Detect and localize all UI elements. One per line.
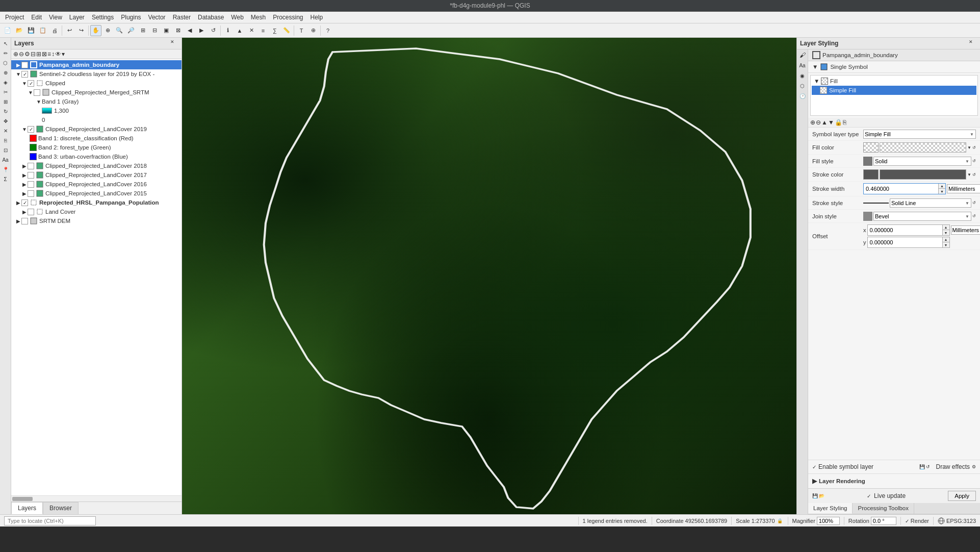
layer-checkbox-clipped[interactable]: ✓ — [28, 80, 34, 87]
expand-arrow-band1[interactable]: ▼ — [36, 99, 42, 105]
redo-btn[interactable]: ↪ — [75, 25, 87, 36]
save-symbol-btn[interactable]: 💾 — [919, 464, 925, 469]
field-calc-icon[interactable]: Σ — [1, 174, 10, 184]
symbol-layer-type-select[interactable]: Simple Fill — [863, 130, 976, 139]
styling-icon-diagram[interactable]: ◉ — [798, 71, 807, 80]
offset-x-down[interactable]: ▼ — [942, 230, 949, 235]
rotate-icon[interactable]: ↻ — [1, 107, 10, 116]
layer-checkbox-lc2018[interactable] — [28, 163, 34, 169]
expand-arrow-clipped[interactable]: ▼ — [21, 81, 28, 86]
apply-button[interactable]: Apply — [948, 491, 976, 501]
menu-database[interactable]: Database — [195, 13, 227, 22]
live-update-checkbox[interactable]: ✓ — [867, 492, 871, 499]
tab-layer-styling[interactable]: Layer Styling — [808, 503, 853, 514]
render-checkbox[interactable]: ✓ — [905, 518, 909, 524]
fill-color-display[interactable] — [880, 142, 966, 153]
undo-btn[interactable]: ↩ — [64, 25, 75, 36]
load-style-btn[interactable]: 📂 — [819, 493, 824, 498]
stroke-width-up[interactable]: ▲ — [938, 184, 945, 189]
merge-features-icon[interactable]: ⊞ — [1, 97, 10, 106]
menu-processing[interactable]: Processing — [270, 13, 306, 22]
offset-y-down[interactable]: ▼ — [942, 242, 949, 247]
measure-btn[interactable]: 📏 — [281, 25, 292, 36]
zoom-in-btn[interactable]: 🔍 — [114, 25, 125, 36]
open-table-btn[interactable]: ≡ — [257, 25, 269, 36]
move-up-symbol-btn[interactable]: ▲ — [821, 119, 828, 126]
zoom-layer-btn[interactable]: ⊟ — [149, 25, 160, 36]
offset-y-input[interactable] — [868, 238, 942, 246]
sort-layers-btn[interactable]: ↕ — [51, 51, 55, 58]
pan-btn[interactable]: ✋ — [90, 25, 101, 36]
join-style-reset[interactable]: ↺ — [972, 214, 976, 218]
layer-item-landcover2019[interactable]: ▼ ✓ Clipped_Reprojected_LandCover 2019 — [11, 124, 182, 134]
expand-arrow-pampanga[interactable]: ▶ — [15, 62, 21, 68]
expand-arrow-lc2015[interactable]: ▶ — [21, 191, 28, 196]
pan-map-btn[interactable]: ⊠ — [172, 25, 184, 36]
help-btn[interactable]: ? — [322, 25, 333, 36]
collapse-all-btn[interactable]: ⊠ — [42, 51, 47, 58]
menu-view[interactable]: View — [46, 13, 65, 22]
layer-checkbox-srtmdem[interactable] — [21, 218, 28, 224]
styling-icon-paint[interactable]: 🖌 — [798, 51, 807, 60]
layer-item-landcover2018[interactable]: ▶ Clipped_Reprojected_LandCover 2018 — [11, 161, 182, 170]
expand-arrow-srtm[interactable]: ▼ — [28, 90, 34, 95]
layer-rendering-header[interactable]: ▶ Layer Rendering — [812, 476, 976, 486]
fill-color-preview[interactable] — [863, 142, 879, 153]
print-btn[interactable]: 🖨 — [49, 25, 60, 36]
layer-checkbox-lc2017[interactable] — [28, 172, 34, 179]
zoom-full-btn[interactable]: ⊞ — [137, 25, 148, 36]
tab-layers[interactable]: Layers — [11, 502, 43, 514]
fill-color-btn[interactable]: ▼ — [967, 145, 971, 150]
expand-arrow-population[interactable]: ▶ — [15, 200, 21, 206]
offset-y-up[interactable]: ▲ — [942, 237, 949, 242]
expand-arrow-lc2018[interactable]: ▶ — [21, 163, 28, 169]
offset-unit-select[interactable]: Millimeters — [951, 225, 981, 235]
layer-item-band1gray[interactable]: ▼ Band 1 (Gray) — [11, 97, 182, 106]
save-style-btn[interactable]: 💾 — [812, 493, 818, 498]
layer-item-srtm[interactable]: ▼ Clipped_Reprojected_Merged_SRTM — [11, 88, 182, 97]
filter-layer-btn[interactable]: ⊟ — [31, 51, 36, 58]
stroke-style-select[interactable]: Solid Line — [890, 198, 971, 208]
fill-style-reset[interactable]: ↺ — [972, 159, 976, 163]
locate-input[interactable] — [4, 516, 96, 525]
menu-project[interactable]: Project — [2, 13, 27, 22]
layer-item-landcover2015[interactable]: ▶ Clipped_Reprojected_LandCover 2015 — [11, 189, 182, 198]
styling-icon-label[interactable]: Aa — [798, 61, 807, 70]
remove-layer-btn[interactable]: ⊖ — [19, 51, 24, 58]
vertex-tool-icon[interactable]: ◈ — [1, 78, 10, 87]
layers-scrollbar[interactable] — [11, 495, 182, 501]
draw-effects-settings-btn[interactable]: ⚙ — [972, 464, 976, 469]
label-icon[interactable]: Aa — [1, 155, 10, 164]
stroke-color-display[interactable] — [880, 169, 966, 180]
map-canvas[interactable] — [182, 38, 796, 514]
layer-checkbox-landcover[interactable] — [28, 209, 34, 215]
layer-checkbox-srtm[interactable] — [34, 89, 40, 96]
manage-groups-btn[interactable]: ≡ — [47, 51, 51, 58]
remove-symbol-btn[interactable]: ⊖ — [816, 119, 821, 126]
zoom-prev-btn[interactable]: ◀ — [184, 25, 195, 36]
copy-icon[interactable]: ⎘ — [1, 136, 10, 145]
digitize-icon[interactable]: ⬡ — [1, 58, 10, 67]
pin-icon[interactable]: 📍 — [1, 165, 10, 174]
add-layer-btn[interactable]: ⊕ — [13, 51, 18, 58]
expand-arrow-lc2016[interactable]: ▶ — [21, 182, 28, 187]
menu-raster[interactable]: Raster — [170, 13, 194, 22]
menu-edit[interactable]: Edit — [28, 13, 45, 22]
magnifier-input[interactable] — [817, 517, 840, 525]
save-project-btn[interactable]: 💾 — [25, 25, 37, 36]
move-down-symbol-btn[interactable]: ▼ — [828, 119, 834, 126]
add-annotation-btn[interactable]: ⊕ — [307, 25, 319, 36]
join-style-select[interactable]: Bevel — [873, 212, 971, 221]
open-project-btn[interactable]: 📂 — [14, 25, 25, 36]
zoom-out-btn[interactable]: 🔎 — [125, 25, 137, 36]
zoom-selection-btn[interactable]: ▣ — [161, 25, 172, 36]
fill-color-reset[interactable]: ↺ — [972, 145, 976, 150]
layer-item-clipped[interactable]: ▼ ✓ Clipped — [11, 79, 182, 88]
layer-checkbox-pampanga[interactable]: ✓ — [21, 62, 28, 68]
save-as-btn[interactable]: 📋 — [37, 25, 48, 36]
menu-vector[interactable]: Vector — [145, 13, 169, 22]
layer-item-pampanga-admin[interactable]: ▶ ✓ Pampanga_admin_boundary — [11, 60, 182, 69]
styling-icon-history[interactable]: 🕐 — [798, 91, 807, 101]
styling-close-btn[interactable]: ✕ — [969, 39, 977, 47]
fill-style-select[interactable]: Solid — [873, 157, 971, 166]
